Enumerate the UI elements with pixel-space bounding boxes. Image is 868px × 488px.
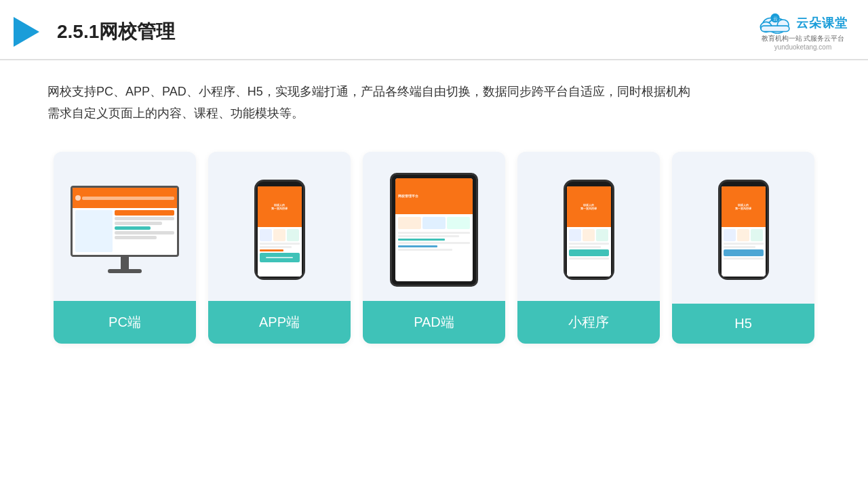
- card-miniprogram-image: 职涯人的第一堂风控课: [517, 152, 660, 301]
- phone-mock-h5: 职涯人的第一堂风控课: [718, 180, 769, 280]
- card-miniprogram-label: 小程序: [517, 301, 660, 344]
- phone-body-app: 职涯人的第一堂风控课: [254, 180, 305, 280]
- cloud-svg-icon: 云: [758, 12, 792, 34]
- monitor-neck: [121, 257, 129, 269]
- phone-notch-h5: [734, 182, 753, 186]
- logo-area: 云 云朵课堂 教育机构一站 式服务云平台 yunduoketang.com: [758, 12, 848, 51]
- card-pad-image: 网校管理平台: [363, 152, 505, 301]
- logo-url: yunduoketang.com: [774, 43, 832, 51]
- phone-screen-app: 职涯人的第一堂风控课: [258, 186, 302, 277]
- tablet-body: 网校管理平台: [390, 173, 478, 287]
- logo-subtitle: 教育机构一站 式服务云平台: [762, 34, 845, 43]
- card-app-image: 职涯人的第一堂风控课: [208, 152, 351, 301]
- logo-text: 云朵课堂: [796, 15, 848, 31]
- phone-body-h5: 职涯人的第一堂风控课: [718, 180, 769, 280]
- description-line2: 需求自定义页面上的内容、课程、功能模块等。: [47, 102, 821, 124]
- monitor-mock: [71, 186, 179, 273]
- card-pad-label: PAD端: [363, 301, 505, 344]
- card-miniprogram: 职涯人的第一堂风控课: [517, 152, 660, 344]
- description-line1: 网校支持PC、APP、PAD、小程序、H5，实现多端打通，产品各终端自由切换，数…: [47, 81, 821, 102]
- tablet-mock: 网校管理平台: [390, 173, 478, 287]
- header-left: 2.5.1网校管理: [14, 17, 175, 47]
- card-pc-label: PC端: [54, 301, 196, 344]
- card-h5: 职涯人的第一堂风控课: [672, 152, 814, 344]
- card-pc: PC端: [54, 152, 196, 344]
- page-title: 2.5.1网校管理: [57, 19, 175, 45]
- monitor-base: [108, 269, 142, 273]
- tablet-screen: 网校管理平台: [395, 178, 473, 281]
- phone-notch-app: [270, 182, 289, 186]
- description-block: 网校支持PC、APP、PAD、小程序、H5，实现多端打通，产品各终端自由切换，数…: [0, 60, 868, 131]
- monitor-screen: [71, 186, 179, 257]
- cards-container: PC端 职涯人的第一堂风控课: [0, 138, 868, 357]
- play-icon: [14, 17, 39, 47]
- card-pc-image: [54, 152, 196, 301]
- phone-mock-mini: 职涯人的第一堂风控课: [564, 180, 614, 280]
- phone-notch-mini: [579, 182, 598, 186]
- phone-body-mini: 职涯人的第一堂风控课: [564, 180, 614, 280]
- logo-cloud: 云 云朵课堂: [758, 12, 848, 34]
- phone-mock-app: 职涯人的第一堂风控课: [254, 180, 305, 280]
- card-h5-label: H5: [672, 304, 814, 344]
- card-pad: 网校管理平台: [363, 152, 505, 344]
- svg-rect-4: [761, 26, 789, 31]
- svg-text:云: 云: [773, 16, 778, 21]
- card-app: 职涯人的第一堂风控课: [208, 152, 351, 344]
- card-h5-image: 职涯人的第一堂风控课: [672, 152, 814, 301]
- header: 2.5.1网校管理 云 云朵课堂 教育机构一站 式服务云平台 yunduoket…: [0, 0, 868, 60]
- phone-screen-mini: 职涯人的第一堂风控课: [567, 186, 611, 277]
- phone-screen-h5: 职涯人的第一堂风控课: [722, 186, 766, 277]
- card-app-label: APP端: [208, 301, 351, 344]
